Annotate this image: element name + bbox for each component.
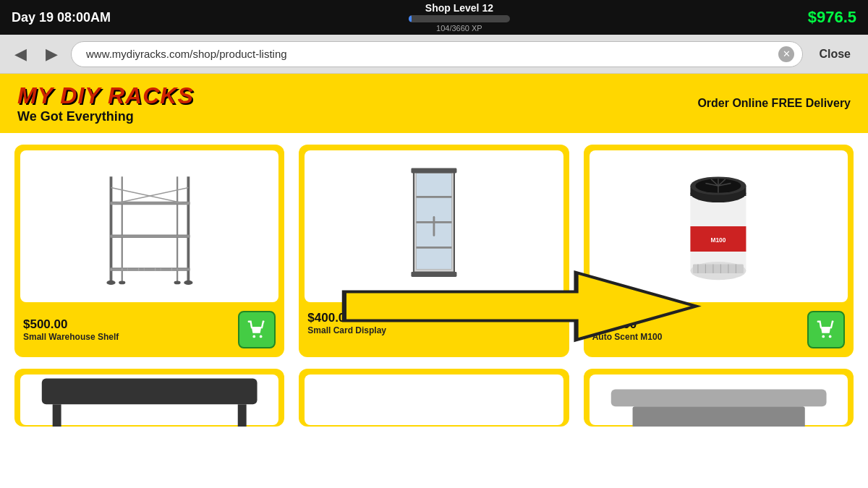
shop-info: Shop Level 12 104/3660 XP (409, 2, 510, 33)
shelf-image (46, 166, 253, 287)
product-image-display (305, 150, 563, 302)
partial-image-1-svg (20, 369, 278, 427)
money-display: $976.5 (808, 8, 856, 27)
product-price-scent: $500.00 (592, 317, 663, 332)
partial-image-3-svg (590, 369, 848, 427)
product-card-partial-1 (14, 369, 284, 427)
browser-bar: ◀ ▶ ✕ Close (0, 35, 868, 74)
svg-rect-32 (411, 168, 456, 174)
svg-point-59 (829, 335, 832, 338)
product-image-shelf (20, 150, 278, 302)
product-partial-image-3 (590, 374, 848, 425)
product-card-scent: M100 $500.00 Auto Scent M100 (584, 145, 854, 357)
product-price-name-scent: $500.00 Auto Scent M100 (592, 317, 663, 342)
nav-forward-button[interactable]: ▶ (40, 42, 64, 67)
product-footer-display: $400.00 Small Card Display (305, 308, 563, 338)
svg-rect-67 (632, 406, 804, 427)
svg-point-23 (119, 281, 125, 285)
shop-level-label: Shop Level 12 (425, 2, 493, 14)
site-header: MY DIY RACKS We Got Everything Order Onl… (0, 74, 868, 133)
address-clear-button[interactable]: ✕ (778, 46, 794, 62)
product-card-display: $400.00 Small Card Display (299, 145, 569, 357)
day-time-label: Day 19 08:00AM (12, 10, 111, 25)
svg-rect-33 (411, 272, 456, 277)
product-grid-row2 (0, 369, 868, 438)
svg-rect-62 (42, 378, 258, 404)
product-name-scent: Auto Scent M100 (592, 332, 663, 342)
xp-text: 104/3660 XP (436, 24, 482, 33)
svg-point-24 (174, 281, 180, 285)
site-logo-area: MY DIY RACKS We Got Everything (17, 82, 194, 124)
svg-text:M100: M100 (711, 236, 726, 244)
cart-icon (246, 319, 268, 341)
top-bar: Day 19 08:00AM Shop Level 12 104/3660 XP… (0, 0, 868, 35)
product-price-name-shelf: $500.00 Small Warehouse Shelf (23, 317, 119, 342)
add-to-cart-shelf-button[interactable] (238, 311, 276, 348)
product-footer-scent: $500.00 Auto Scent M100 (590, 308, 848, 351)
product-price-name-display: $400.00 Small Card Display (307, 311, 386, 335)
svg-rect-64 (238, 404, 247, 427)
svg-point-21 (106, 281, 115, 285)
site-logo-sub: We Got Everything (17, 109, 194, 124)
svg-rect-63 (53, 404, 61, 427)
product-name-display: Small Card Display (307, 325, 386, 335)
product-grid: $500.00 Small Warehouse Shelf (0, 133, 868, 369)
product-price-display: $400.00 (307, 311, 386, 325)
product-partial-image-1 (20, 374, 278, 425)
svg-rect-31 (416, 247, 451, 249)
cart-icon-scent (815, 319, 837, 341)
svg-point-22 (184, 281, 192, 285)
product-price-shelf: $500.00 (23, 317, 119, 332)
product-card-partial-3 (584, 369, 854, 427)
address-bar-container: ✕ (71, 41, 803, 67)
display-image (331, 166, 537, 287)
svg-rect-66 (610, 389, 826, 406)
product-partial-image-2 (305, 374, 563, 425)
product-card-partial-2 (299, 369, 569, 427)
svg-point-58 (822, 335, 825, 338)
close-button[interactable]: Close (810, 43, 859, 65)
svg-rect-36 (433, 216, 435, 236)
site-logo-title: MY DIY RACKS (17, 82, 194, 109)
svg-rect-29 (416, 196, 451, 198)
xp-bar-container (409, 15, 510, 22)
scent-image: M100 (615, 166, 822, 287)
svg-point-26 (260, 335, 263, 338)
svg-point-25 (253, 335, 256, 338)
product-footer-shelf: $500.00 Small Warehouse Shelf (20, 308, 278, 351)
site-promo: Order Online FREE Delivery (697, 97, 851, 110)
add-to-cart-scent-button[interactable] (807, 311, 845, 348)
product-card-shelf: $500.00 Small Warehouse Shelf (14, 145, 284, 357)
nav-back-button[interactable]: ◀ (9, 42, 33, 67)
xp-bar-fill (409, 15, 412, 22)
product-name-shelf: Small Warehouse Shelf (23, 332, 119, 342)
product-image-scent: M100 (590, 150, 848, 302)
address-bar-input[interactable] (71, 41, 803, 67)
